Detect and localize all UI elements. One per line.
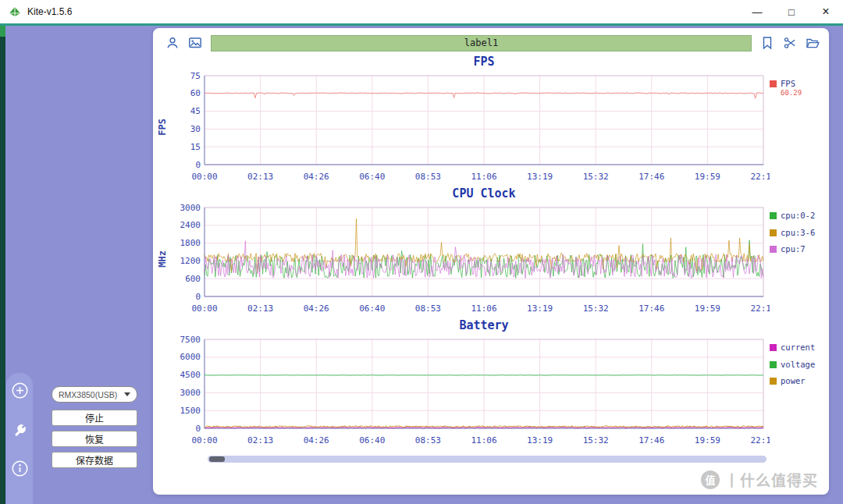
legend-item: current: [770, 343, 827, 353]
svg-text:11:06: 11:06: [471, 435, 496, 445]
svg-text:06:40: 06:40: [359, 172, 385, 182]
legend-label: voltage: [781, 360, 815, 370]
scissors-icon[interactable]: [783, 36, 797, 50]
svg-text:4500: 4500: [180, 370, 201, 380]
svg-text:1800: 1800: [180, 238, 201, 248]
legend-label: cpu:7: [781, 244, 806, 254]
svg-text:22:12: 22:12: [750, 172, 770, 182]
svg-text:02:13: 02:13: [247, 172, 273, 182]
fps-chart-title: FPS: [205, 54, 763, 69]
svg-text:00:00: 00:00: [191, 435, 217, 445]
svg-text:04:26: 04:26: [304, 172, 329, 182]
svg-text:0: 0: [195, 292, 201, 302]
svg-text:1500: 1500: [180, 406, 201, 416]
svg-text:22:12: 22:12: [750, 303, 770, 314]
svg-text:17:46: 17:46: [638, 435, 664, 445]
svg-text:60: 60: [190, 88, 201, 98]
user-icon[interactable]: [165, 36, 180, 50]
svg-text:11:06: 11:06: [471, 303, 496, 314]
legend-label: current: [781, 343, 815, 353]
svg-text:08:53: 08:53: [415, 303, 441, 314]
svg-text:19:59: 19:59: [695, 172, 720, 182]
window-controls: — □ ×: [740, 0, 843, 23]
svg-text:00:00: 00:00: [191, 172, 217, 182]
svg-text:600: 600: [185, 274, 201, 284]
image-icon[interactable]: [188, 36, 202, 50]
app-body: RMX3850(USB) 停止 恢复 保存数据: [0, 26, 843, 504]
device-select-value: RMX3850(USB): [59, 390, 117, 399]
minimize-button[interactable]: —: [740, 0, 774, 23]
stop-button[interactable]: 停止: [52, 410, 137, 426]
watermark-logo: 值: [701, 470, 720, 489]
legend-swatch: [770, 80, 777, 87]
label-input[interactable]: label1: [211, 35, 752, 51]
fps-chart: 0153045607500:0002:1304:2606:4008:5311:0…: [169, 69, 770, 185]
legend-label: power: [781, 376, 806, 386]
svg-text:17:46: 17:46: [638, 172, 664, 182]
legend-swatch: [770, 229, 777, 236]
svg-text:19:59: 19:59: [695, 435, 720, 445]
svg-text:00:00: 00:00: [191, 303, 217, 314]
cpu-chart-title: CPU Clock: [205, 186, 763, 201]
maximize-button[interactable]: □: [774, 0, 809, 23]
legend-item: cpu:3-6: [770, 228, 827, 238]
svg-text:13:19: 13:19: [527, 303, 553, 314]
svg-text:02:13: 02:13: [247, 435, 273, 445]
svg-text:15:32: 15:32: [583, 435, 609, 445]
window-title: Kite-v1.5.6: [27, 6, 72, 17]
legend-value: 60.29: [781, 89, 802, 98]
legend-swatch: [770, 344, 777, 351]
svg-text:3000: 3000: [180, 203, 201, 213]
svg-text:15:32: 15:32: [583, 172, 609, 182]
watermark-text: 丨什么值得买: [724, 469, 818, 490]
svg-text:30: 30: [190, 124, 201, 134]
svg-text:04:26: 04:26: [304, 303, 329, 314]
card-toolbar: label1: [153, 33, 829, 53]
watermark: 值 丨什么值得买: [701, 469, 818, 490]
svg-text:45: 45: [190, 106, 201, 116]
fps-chart-legend: FPS60.29: [770, 69, 827, 185]
legend-swatch: [770, 361, 777, 368]
close-button[interactable]: ×: [809, 0, 843, 23]
battery-chart-section: Battery 01500300045006000750000:0002:130…: [153, 318, 829, 449]
battery-y-axis-label: [156, 333, 169, 449]
svg-text:2400: 2400: [180, 220, 201, 230]
save-data-button[interactable]: 保存数据: [52, 452, 137, 468]
scrollbar-thumb[interactable]: [209, 456, 225, 462]
cpu-y-axis-label: MHz: [156, 201, 169, 317]
legend-swatch: [770, 246, 777, 253]
sidebar-tool-panel: [6, 373, 33, 504]
svg-text:06:40: 06:40: [359, 303, 385, 314]
content-card: label1: [153, 28, 829, 495]
svg-text:17:46: 17:46: [638, 303, 664, 314]
svg-text:13:19: 13:19: [527, 435, 553, 445]
wrench-icon[interactable]: [11, 421, 29, 438]
legend-swatch: [770, 378, 777, 385]
svg-text:04:26: 04:26: [304, 435, 329, 445]
bookmark-icon[interactable]: [760, 36, 774, 50]
svg-text:08:53: 08:53: [415, 172, 441, 182]
svg-text:0: 0: [195, 424, 201, 434]
cpu-chart-legend: cpu:0-2cpu:3-6cpu:7: [770, 201, 827, 317]
timeline-scrollbar[interactable]: [208, 456, 767, 463]
legend-label: cpu:0-2: [781, 211, 815, 221]
device-select[interactable]: RMX3850(USB): [52, 386, 137, 403]
legend-swatch: [770, 212, 777, 219]
svg-text:75: 75: [190, 71, 201, 81]
app-logo-icon: [8, 5, 22, 18]
svg-text:3000: 3000: [180, 388, 201, 398]
legend-item: cpu:0-2: [770, 211, 827, 221]
folder-open-icon[interactable]: [806, 36, 820, 50]
battery-chart-legend: currentvoltagepower: [770, 333, 827, 449]
info-icon[interactable]: [11, 460, 29, 477]
fps-y-axis-label: FPS: [156, 69, 169, 185]
svg-text:7500: 7500: [180, 335, 201, 345]
svg-text:22:12: 22:12: [750, 435, 770, 445]
resume-button[interactable]: 恢复: [52, 431, 137, 447]
svg-text:02:13: 02:13: [247, 303, 273, 314]
add-icon[interactable]: [11, 382, 29, 399]
svg-text:15: 15: [190, 142, 201, 152]
title-bar: Kite-v1.5.6 — □ ×: [0, 0, 843, 23]
legend-item: FPS60.29: [770, 79, 827, 97]
fps-chart-section: FPS FPS 0153045607500:0002:1304:2606:400…: [153, 54, 829, 185]
